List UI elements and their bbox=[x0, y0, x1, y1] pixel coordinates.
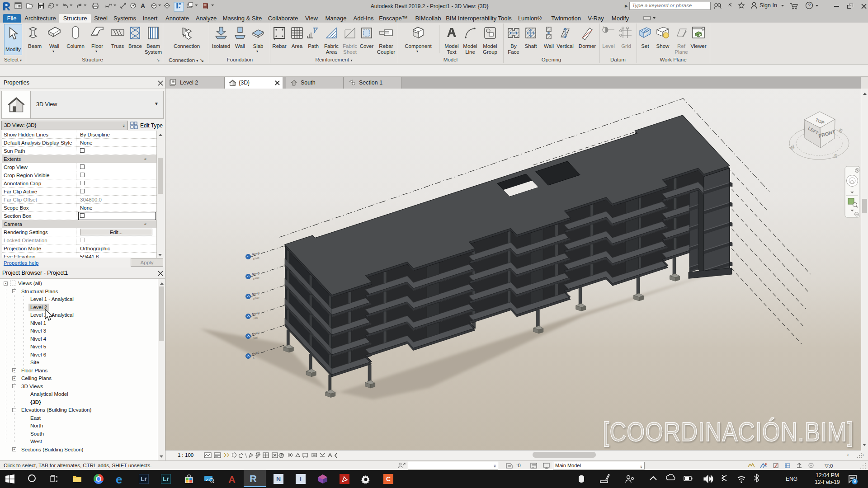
svg-text:Nivel 4: Nivel 4 bbox=[252, 291, 260, 296]
svg-text:Nivel 2: Nivel 2 bbox=[252, 331, 260, 335]
svg-text:14000: 14000 bbox=[253, 276, 259, 280]
svg-text:17500: 17500 bbox=[253, 256, 259, 260]
svg-text:A: A bbox=[141, 2, 145, 9]
svg-text:Sign In: Sign In bbox=[760, 2, 777, 9]
svg-text:[COORDINACIÓN.BIM]: [COORDINACIÓN.BIM] bbox=[603, 417, 854, 447]
svg-text:Nivel 3: Nivel 3 bbox=[252, 311, 260, 315]
svg-text:1: 1 bbox=[603, 25, 604, 28]
svg-text:7000: 7000 bbox=[253, 316, 258, 320]
svg-text:0: 0 bbox=[253, 357, 255, 359]
svg-text:?: ? bbox=[808, 3, 811, 8]
svg-text:10500: 10500 bbox=[253, 296, 259, 300]
svg-text:Nivel 5: Nivel 5 bbox=[252, 272, 260, 276]
svg-text:Nivel 6: Nivel 6 bbox=[252, 252, 260, 256]
